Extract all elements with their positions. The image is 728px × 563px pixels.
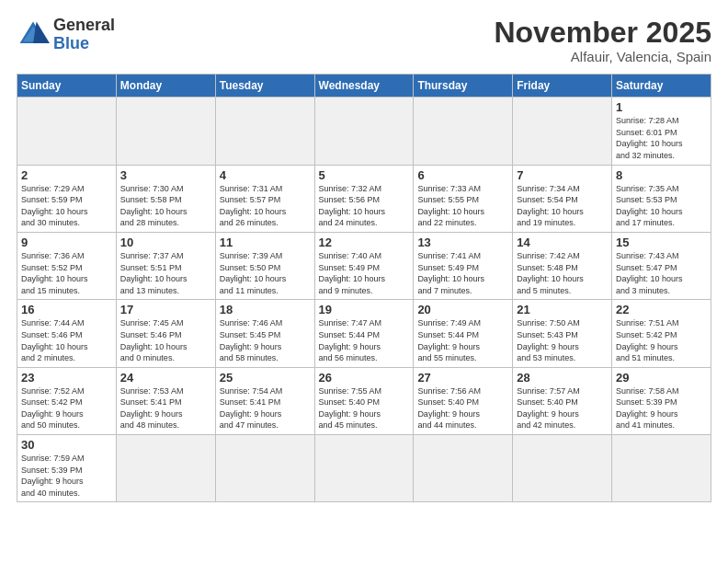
day-info: Sunrise: 7:34 AM Sunset: 5:54 PM Dayligh… bbox=[517, 183, 608, 229]
day-info: Sunrise: 7:50 AM Sunset: 5:43 PM Dayligh… bbox=[517, 317, 608, 363]
day-number: 10 bbox=[120, 236, 211, 249]
day-number: 9 bbox=[21, 236, 112, 249]
calendar-week-row: 1Sunrise: 7:28 AM Sunset: 6:01 PM Daylig… bbox=[17, 98, 711, 165]
day-number: 18 bbox=[220, 303, 311, 316]
day-info: Sunrise: 7:57 AM Sunset: 5:40 PM Dayligh… bbox=[517, 385, 608, 431]
day-number: 4 bbox=[220, 168, 311, 182]
day-number: 15 bbox=[616, 236, 707, 249]
calendar-cell: 14Sunrise: 7:42 AM Sunset: 5:48 PM Dayli… bbox=[513, 232, 612, 299]
calendar-cell: 29Sunrise: 7:58 AM Sunset: 5:39 PM Dayli… bbox=[612, 367, 711, 434]
calendar-cell bbox=[215, 98, 314, 165]
day-number: 16 bbox=[21, 303, 112, 316]
weekday-header-thursday: Thursday bbox=[414, 75, 513, 98]
weekday-header-tuesday: Tuesday bbox=[215, 75, 314, 98]
calendar-cell bbox=[314, 98, 414, 165]
calendar-cell: 1Sunrise: 7:28 AM Sunset: 6:01 PM Daylig… bbox=[612, 98, 711, 165]
day-number: 29 bbox=[616, 371, 707, 385]
calendar-cell: 28Sunrise: 7:57 AM Sunset: 5:40 PM Dayli… bbox=[513, 367, 612, 434]
calendar-cell: 22Sunrise: 7:51 AM Sunset: 5:42 PM Dayli… bbox=[612, 300, 711, 367]
calendar-cell: 7Sunrise: 7:34 AM Sunset: 5:54 PM Daylig… bbox=[513, 165, 612, 232]
calendar-cell: 13Sunrise: 7:41 AM Sunset: 5:49 PM Dayli… bbox=[414, 232, 513, 299]
day-info: Sunrise: 7:37 AM Sunset: 5:51 PM Dayligh… bbox=[120, 250, 211, 296]
calendar-cell: 20Sunrise: 7:49 AM Sunset: 5:44 PM Dayli… bbox=[414, 300, 513, 367]
calendar-cell: 21Sunrise: 7:50 AM Sunset: 5:43 PM Dayli… bbox=[513, 300, 612, 367]
calendar-cell bbox=[116, 98, 215, 165]
calendar-cell: 11Sunrise: 7:39 AM Sunset: 5:50 PM Dayli… bbox=[215, 232, 314, 299]
calendar-cell: 3Sunrise: 7:30 AM Sunset: 5:58 PM Daylig… bbox=[116, 165, 215, 232]
day-number: 24 bbox=[120, 371, 211, 385]
calendar-week-row: 2Sunrise: 7:29 AM Sunset: 5:59 PM Daylig… bbox=[17, 165, 711, 232]
day-info: Sunrise: 7:29 AM Sunset: 5:59 PM Dayligh… bbox=[21, 183, 112, 229]
day-info: Sunrise: 7:35 AM Sunset: 5:53 PM Dayligh… bbox=[616, 183, 707, 229]
svg-marker-2 bbox=[33, 21, 50, 42]
day-number: 21 bbox=[517, 303, 608, 316]
calendar-cell: 2Sunrise: 7:29 AM Sunset: 5:59 PM Daylig… bbox=[17, 165, 117, 232]
weekday-header-monday: Monday bbox=[116, 75, 215, 98]
calendar-cell: 5Sunrise: 7:32 AM Sunset: 5:56 PM Daylig… bbox=[314, 165, 414, 232]
day-info: Sunrise: 7:42 AM Sunset: 5:48 PM Dayligh… bbox=[517, 250, 608, 296]
header: General Blue November 2025 Alfauir, Vale… bbox=[17, 17, 711, 64]
calendar-cell: 12Sunrise: 7:40 AM Sunset: 5:49 PM Dayli… bbox=[314, 232, 414, 299]
day-number: 12 bbox=[319, 236, 410, 249]
calendar-cell: 17Sunrise: 7:45 AM Sunset: 5:46 PM Dayli… bbox=[116, 300, 215, 367]
day-info: Sunrise: 7:44 AM Sunset: 5:46 PM Dayligh… bbox=[21, 317, 112, 363]
day-info: Sunrise: 7:59 AM Sunset: 5:39 PM Dayligh… bbox=[21, 453, 112, 499]
calendar-cell bbox=[612, 435, 711, 502]
page: General Blue November 2025 Alfauir, Vale… bbox=[0, 0, 728, 511]
day-number: 23 bbox=[21, 371, 112, 385]
calendar-cell bbox=[17, 98, 117, 165]
month-title: November 2025 bbox=[494, 17, 711, 49]
day-info: Sunrise: 7:41 AM Sunset: 5:49 PM Dayligh… bbox=[417, 250, 508, 296]
day-number: 2 bbox=[21, 168, 112, 182]
calendar-week-row: 9Sunrise: 7:36 AM Sunset: 5:52 PM Daylig… bbox=[17, 232, 711, 299]
logo-text: General Blue bbox=[53, 17, 115, 53]
day-info: Sunrise: 7:47 AM Sunset: 5:44 PM Dayligh… bbox=[319, 317, 410, 363]
logo-blue: Blue bbox=[53, 34, 89, 52]
day-info: Sunrise: 7:33 AM Sunset: 5:55 PM Dayligh… bbox=[417, 183, 508, 229]
day-number: 1 bbox=[616, 100, 707, 114]
day-number: 8 bbox=[616, 168, 707, 182]
calendar-week-row: 16Sunrise: 7:44 AM Sunset: 5:46 PM Dayli… bbox=[17, 300, 711, 367]
day-info: Sunrise: 7:32 AM Sunset: 5:56 PM Dayligh… bbox=[319, 183, 410, 229]
day-number: 6 bbox=[417, 168, 508, 182]
day-number: 17 bbox=[120, 303, 211, 316]
logo: General Blue bbox=[17, 17, 115, 53]
weekday-header-friday: Friday bbox=[513, 75, 612, 98]
day-number: 20 bbox=[417, 303, 508, 316]
calendar-cell: 24Sunrise: 7:53 AM Sunset: 5:41 PM Dayli… bbox=[116, 367, 215, 434]
day-number: 25 bbox=[220, 371, 311, 385]
calendar-cell: 15Sunrise: 7:43 AM Sunset: 5:47 PM Dayli… bbox=[612, 232, 711, 299]
day-number: 27 bbox=[417, 371, 508, 385]
calendar-cell bbox=[215, 435, 314, 502]
calendar-cell: 27Sunrise: 7:56 AM Sunset: 5:40 PM Dayli… bbox=[414, 367, 513, 434]
day-number: 5 bbox=[319, 168, 410, 182]
calendar-cell bbox=[116, 435, 215, 502]
weekday-header-wednesday: Wednesday bbox=[314, 75, 414, 98]
day-info: Sunrise: 7:39 AM Sunset: 5:50 PM Dayligh… bbox=[220, 250, 311, 296]
day-info: Sunrise: 7:53 AM Sunset: 5:41 PM Dayligh… bbox=[120, 385, 211, 431]
day-info: Sunrise: 7:28 AM Sunset: 6:01 PM Dayligh… bbox=[616, 115, 707, 161]
calendar-cell: 10Sunrise: 7:37 AM Sunset: 5:51 PM Dayli… bbox=[116, 232, 215, 299]
location: Alfauir, Valencia, Spain bbox=[494, 49, 711, 64]
day-info: Sunrise: 7:46 AM Sunset: 5:45 PM Dayligh… bbox=[220, 317, 311, 363]
calendar-cell bbox=[414, 435, 513, 502]
day-number: 3 bbox=[120, 168, 211, 182]
calendar-cell: 18Sunrise: 7:46 AM Sunset: 5:45 PM Dayli… bbox=[215, 300, 314, 367]
calendar-table: SundayMondayTuesdayWednesdayThursdayFrid… bbox=[17, 74, 711, 502]
calendar-cell bbox=[314, 435, 414, 502]
day-info: Sunrise: 7:40 AM Sunset: 5:49 PM Dayligh… bbox=[319, 250, 410, 296]
day-info: Sunrise: 7:45 AM Sunset: 5:46 PM Dayligh… bbox=[120, 317, 211, 363]
day-info: Sunrise: 7:52 AM Sunset: 5:42 PM Dayligh… bbox=[21, 385, 112, 431]
logo-general: General bbox=[53, 16, 115, 34]
day-info: Sunrise: 7:43 AM Sunset: 5:47 PM Dayligh… bbox=[616, 250, 707, 296]
calendar-cell: 23Sunrise: 7:52 AM Sunset: 5:42 PM Dayli… bbox=[17, 367, 117, 434]
day-info: Sunrise: 7:36 AM Sunset: 5:52 PM Dayligh… bbox=[21, 250, 112, 296]
title-block: November 2025 Alfauir, Valencia, Spain bbox=[494, 17, 711, 64]
day-info: Sunrise: 7:58 AM Sunset: 5:39 PM Dayligh… bbox=[616, 385, 707, 431]
calendar-cell: 8Sunrise: 7:35 AM Sunset: 5:53 PM Daylig… bbox=[612, 165, 711, 232]
day-info: Sunrise: 7:55 AM Sunset: 5:40 PM Dayligh… bbox=[319, 385, 410, 431]
day-number: 14 bbox=[517, 236, 608, 249]
weekday-header-row: SundayMondayTuesdayWednesdayThursdayFrid… bbox=[17, 75, 711, 98]
logo-icon bbox=[17, 18, 50, 52]
day-number: 11 bbox=[220, 236, 311, 249]
